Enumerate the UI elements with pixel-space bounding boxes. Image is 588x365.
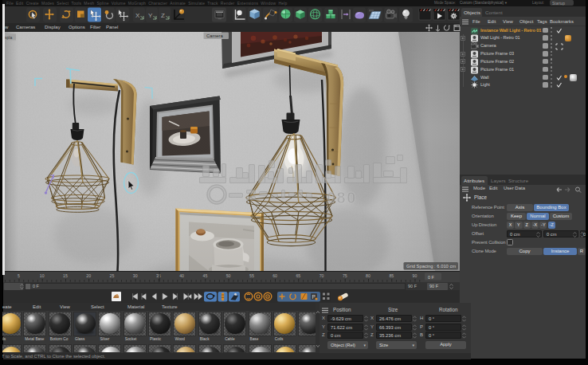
svg-text:35: 35 [156,273,161,278]
svg-text:25: 25 [110,273,115,278]
svg-text:Grid Spacing : 6.010 cm: Grid Spacing : 6.010 cm [406,264,456,269]
svg-text:90: 90 [413,273,417,278]
svg-text:Z: Z [161,12,165,19]
svg-text:5: 5 [18,273,20,278]
svg-text:40: 40 [179,273,184,278]
svg-text:85: 85 [389,273,394,278]
svg-text:45: 45 [203,273,208,278]
svg-text:10: 10 [40,273,45,278]
svg-text:70: 70 [319,273,324,278]
svg-text:75: 75 [343,273,347,278]
svg-text:Camera: Camera [206,33,223,38]
svg-text:50: 50 [226,273,231,278]
svg-text:55: 55 [249,273,254,278]
svg-text:15: 15 [63,273,68,278]
svg-text:30: 30 [133,273,138,278]
svg-text:80: 80 [366,273,370,278]
svg-text:P: P [312,294,316,300]
svg-text:20: 20 [86,273,91,278]
svg-text:Y: Y [148,12,153,19]
svg-text:60: 60 [272,273,277,278]
svg-text:spla: spla [5,35,12,40]
svg-text:X: X [135,12,140,19]
svg-text:65: 65 [296,273,300,278]
svg-text:0 F: 0 F [428,275,435,280]
